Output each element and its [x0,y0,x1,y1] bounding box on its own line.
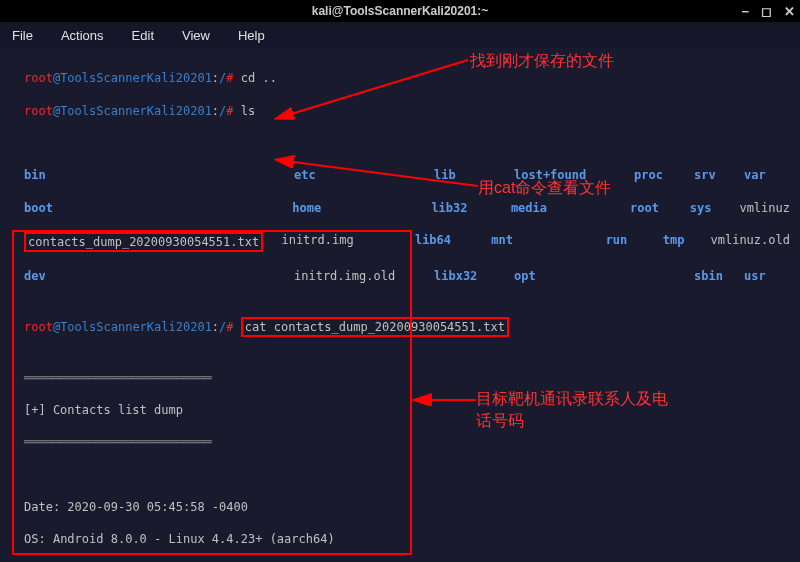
menubar: File Actions Edit View Help [0,22,800,48]
annotation-cat-cmd: 用cat命令查看文件 [478,177,611,199]
window-title: kali@ToolsScannerKali20201:~ [312,4,489,18]
minimize-button[interactable]: − [741,5,749,18]
maximize-button[interactable]: ◻ [761,5,772,18]
command-ls: ls [241,104,255,118]
menu-file[interactable]: File [12,28,33,43]
prompt-line-ls: root@ToolsScannerKali20201:/# ls [24,103,790,119]
menu-actions[interactable]: Actions [61,28,104,43]
titlebar: kali@ToolsScannerKali20201:~ − ◻ ✕ [0,0,800,22]
ls-row: boothomelib32mediarootsysvmlinuz [24,200,790,216]
annotation-contacts-info: 目标靶机通讯录联系人及电话号码 [476,388,676,433]
command-cd: cd .. [241,71,277,85]
dump-highlight-box [12,230,412,555]
menu-view[interactable]: View [182,28,210,43]
menu-help[interactable]: Help [238,28,265,43]
ls-row: binetcliblost+foundprocsrvvar [24,167,790,183]
close-button[interactable]: ✕ [784,5,795,18]
ls-item: bin [24,167,294,183]
annotation-find-file: 找到刚才保存的文件 [470,50,614,72]
prompt-line-cd: root@ToolsScannerKali20201:/# cd .. [24,70,790,86]
prompt-user: root [24,71,53,85]
menu-edit[interactable]: Edit [132,28,154,43]
prompt-host: ToolsScannerKali20201 [60,71,212,85]
